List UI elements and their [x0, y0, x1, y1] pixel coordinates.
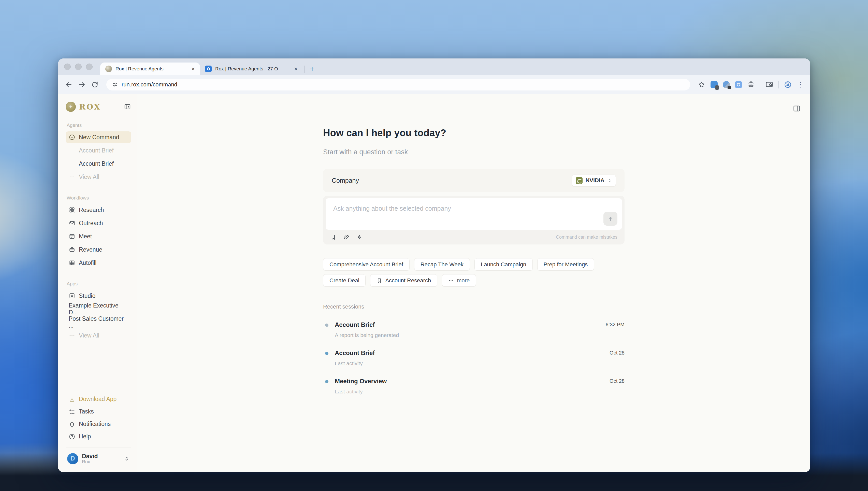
sidebar-item-studio[interactable]: Studio [65, 290, 131, 302]
sidebar-item-label: Notifications [79, 421, 111, 428]
minimize-window-button[interactable] [75, 63, 82, 70]
screen-search-icon[interactable] [765, 81, 774, 89]
sidebar-item-help[interactable]: Help [65, 431, 131, 442]
bookmark-icon[interactable] [330, 234, 336, 240]
recent-sessions-label: Recent sessions [323, 304, 625, 310]
sidebar-item-account-brief-generating[interactable]: Account Brief [65, 145, 131, 156]
chip-label: Account Research [385, 277, 431, 284]
session-time: 6:32 PM [606, 322, 625, 327]
command-input-footer: Command can make mistakes [326, 230, 622, 244]
paperclip-icon[interactable] [344, 234, 350, 240]
extension-icon[interactable] [710, 81, 717, 88]
session-row[interactable]: Account Brief Last activity Oct 28 [323, 349, 625, 367]
tab-title: Rox | Revenue Agents - 27 O [215, 66, 290, 72]
sidebar-footer: Download App Tasks Notifications [65, 393, 131, 466]
browser-tab-inactive[interactable]: Rox | Revenue Agents - 27 O × [200, 62, 303, 75]
zap-icon[interactable] [357, 234, 363, 240]
sidebar: ROX Agents New Command Account Brief Acc… [58, 94, 137, 472]
browser-menu-icon[interactable]: ⋮ [797, 81, 804, 89]
sidebar-item-notifications[interactable]: Notifications [65, 418, 131, 430]
sidebar-item-new-command[interactable]: New Command [65, 132, 131, 143]
sidebar-item-label: Studio [79, 292, 96, 299]
company-card: Company NVIDIA [323, 169, 625, 192]
company-value: NVIDIA [586, 177, 604, 184]
command-input[interactable] [333, 204, 600, 224]
sidebar-item-view-all-agents[interactable]: View All [65, 171, 131, 183]
address-bar[interactable]: run.rox.com/command [106, 79, 690, 90]
session-row[interactable]: Account Brief A report is being generate… [323, 321, 625, 338]
collapse-sidebar-icon[interactable] [124, 103, 131, 111]
forward-icon[interactable] [78, 81, 86, 89]
chip-more[interactable]: more [442, 274, 476, 287]
rox-app-favicon [205, 65, 212, 72]
sidebar-item-tasks[interactable]: Tasks [65, 406, 131, 417]
window-controls [64, 58, 100, 75]
command-input-card: Command can make mistakes [323, 196, 625, 244]
ellipsis-icon [69, 332, 75, 339]
rox-favicon [105, 65, 112, 72]
ellipsis-icon [448, 278, 454, 283]
grid-search-icon [69, 207, 75, 213]
command-column: How can I help you today? Start with a q… [323, 127, 625, 395]
browser-tab-active[interactable]: Rox | Revenue Agents × [100, 62, 200, 75]
session-row[interactable]: Meeting Overview Last activity Oct 28 [323, 378, 625, 395]
help-icon [69, 433, 75, 440]
user-org: Rox [82, 460, 98, 465]
table-icon [69, 259, 75, 266]
sidebar-item-label: Account Brief [79, 161, 114, 167]
extension-round-icon[interactable] [735, 81, 742, 88]
sidebar-item-download-app[interactable]: Download App [65, 394, 131, 405]
chip-prep-for-meetings[interactable]: Prep for Meetings [537, 258, 594, 271]
session-time: Oct 28 [609, 350, 625, 356]
chip-recap-the-week[interactable]: Recap The Week [414, 258, 470, 271]
bookmark-icon [377, 278, 382, 283]
command-input-area [326, 198, 622, 230]
sidebar-item-autofill[interactable]: Autofill [65, 257, 131, 269]
sidebar-item-label: New Command [79, 134, 119, 141]
sidebar-item-research[interactable]: Research [65, 204, 131, 216]
chip-create-deal[interactable]: Create Deal [323, 274, 365, 287]
sidebar-item-revenue[interactable]: Revenue [65, 244, 131, 255]
tab-close-icon[interactable]: × [191, 66, 195, 72]
section-label-workflows: Workflows [66, 195, 131, 201]
sidebar-item-example-executive[interactable]: Example Executive D... [65, 303, 131, 315]
close-window-button[interactable] [64, 63, 71, 70]
sidebar-item-outreach[interactable]: Outreach [65, 217, 131, 229]
sidebar-item-label: Research [79, 207, 104, 213]
suggestion-chips-row2: Create Deal Account Research more [323, 274, 625, 287]
page-title: How can I help you today? [323, 127, 625, 139]
app-content: ROX Agents New Command Account Brief Acc… [58, 94, 810, 472]
tab-close-icon[interactable]: × [294, 66, 298, 72]
sidebar-item-view-all-apps[interactable]: View All [65, 329, 131, 341]
session-time: Oct 28 [609, 378, 625, 384]
chip-account-research[interactable]: Account Research [370, 274, 437, 287]
tasks-icon [69, 408, 75, 415]
sidebar-item-meet[interactable]: Meet [65, 231, 131, 242]
session-status-dot [325, 323, 328, 327]
company-select[interactable]: NVIDIA [572, 175, 616, 186]
tab-strip: Rox | Revenue Agents × Rox | Revenue Age… [58, 58, 810, 75]
circled-plus-icon [69, 134, 75, 141]
ellipsis-icon [69, 174, 75, 180]
session-status-dot [325, 380, 328, 383]
sidebar-item-account-brief[interactable]: Account Brief [65, 158, 131, 170]
new-tab-button[interactable]: + [307, 64, 317, 74]
chip-launch-campaign[interactable]: Launch Campaign [474, 258, 533, 271]
bookmark-star-icon[interactable] [698, 81, 705, 88]
extension-lock-icon[interactable] [723, 81, 730, 88]
panel-toggle-icon[interactable] [792, 104, 801, 113]
profile-avatar-icon[interactable] [784, 81, 792, 89]
extensions-puzzle-icon[interactable] [747, 81, 755, 88]
back-icon[interactable] [64, 81, 73, 89]
chip-comprehensive-account-brief[interactable]: Comprehensive Account Brief [323, 258, 410, 271]
user-menu[interactable]: D David Rox [65, 452, 131, 466]
site-settings-icon[interactable] [112, 82, 118, 88]
main-panel: How can I help you today? Start with a q… [137, 94, 810, 472]
divider [66, 447, 131, 448]
send-button[interactable] [603, 212, 617, 226]
sidebar-item-post-sales-customer[interactable]: Post Sales Customer ... [65, 316, 131, 328]
zoom-window-button[interactable] [86, 63, 92, 70]
reload-icon[interactable] [91, 81, 99, 88]
chevron-updown-icon [124, 456, 130, 462]
sidebar-item-label: Autofill [79, 259, 97, 266]
